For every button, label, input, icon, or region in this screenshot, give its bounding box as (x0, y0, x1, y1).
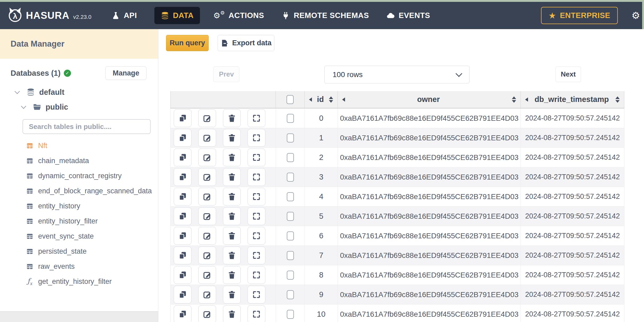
sidebar-table-event_sync_state[interactable]: event_sync_state (0, 229, 158, 244)
delete-row-button[interactable] (223, 207, 241, 225)
chevron-down-icon[interactable] (21, 104, 26, 109)
run-query-button[interactable]: Run query (166, 35, 209, 51)
row-checkbox[interactable] (287, 290, 294, 299)
expand-row-button[interactable] (248, 129, 265, 147)
column-header-db-write-timestamp[interactable]: db_write_timestamp (521, 91, 624, 108)
row-checkbox[interactable] (287, 251, 294, 260)
copy-row-button[interactable] (174, 207, 191, 225)
edit-row-button[interactable] (198, 227, 216, 245)
expand-row-button[interactable] (248, 207, 265, 225)
table-icon (26, 142, 33, 149)
column-header-owner[interactable]: owner (338, 91, 521, 108)
delete-row-button[interactable] (223, 188, 241, 205)
next-page-button[interactable]: Next (556, 66, 581, 82)
edit-row-button[interactable] (198, 109, 216, 127)
nav-item-api[interactable]: API (111, 11, 137, 20)
sort-icon[interactable] (329, 96, 333, 103)
edit-row-button[interactable] (198, 207, 216, 225)
row-checkbox[interactable] (287, 271, 294, 280)
nav-item-remote-schemas[interactable]: REMOTE SCHEMAS (281, 11, 369, 20)
collapse-column-icon[interactable] (309, 97, 312, 102)
sidebar-table-Nft[interactable]: Nft (0, 138, 158, 153)
edit-row-button[interactable] (198, 149, 216, 166)
select-all-checkbox[interactable] (287, 95, 294, 104)
delete-row-button[interactable] (223, 109, 241, 127)
expand-row-button[interactable] (248, 109, 265, 127)
sidebar-table-entity_history_filter[interactable]: entity_history_filter (0, 214, 158, 229)
edit-row-button[interactable] (198, 305, 216, 322)
copy-row-button[interactable] (174, 227, 191, 245)
tree-item-default[interactable]: default (0, 85, 158, 100)
rows-per-page-select[interactable]: 100 rows (324, 66, 469, 83)
edit-row-button[interactable] (198, 247, 216, 264)
delete-row-button[interactable] (223, 305, 241, 322)
expand-row-button[interactable] (248, 168, 265, 186)
sort-icon[interactable] (512, 96, 516, 103)
row-checkbox[interactable] (287, 192, 294, 201)
tree-item-public[interactable]: public (0, 100, 158, 114)
delete-row-button[interactable] (223, 247, 241, 264)
expand-row-button[interactable] (248, 188, 265, 205)
nav-item-events[interactable]: EVENTS (386, 11, 430, 20)
sidebar-table-dynamic_contract_registry[interactable]: dynamic_contract_registry (0, 168, 158, 184)
expand-row-button[interactable] (248, 247, 265, 264)
row-checkbox[interactable] (287, 133, 294, 142)
edit-row-button[interactable] (198, 129, 216, 147)
delete-row-button[interactable] (223, 286, 241, 303)
delete-icon (227, 231, 236, 240)
row-checkbox[interactable] (287, 173, 294, 182)
copy-row-button[interactable] (174, 129, 191, 147)
edit-row-button[interactable] (198, 266, 216, 284)
copy-row-button[interactable] (174, 188, 191, 205)
copy-row-button[interactable] (174, 266, 191, 284)
settings-gear-icon[interactable]: ⚙ (632, 10, 640, 21)
copy-row-button[interactable] (174, 149, 191, 166)
row-checkbox[interactable] (287, 153, 294, 162)
sidebar-table-chain_metadata[interactable]: chain_metadata (0, 153, 158, 168)
delete-row-button[interactable] (223, 149, 241, 166)
collapse-column-icon[interactable] (342, 97, 345, 102)
copy-row-button[interactable] (174, 305, 191, 322)
row-select-cell (276, 246, 305, 265)
delete-row-button[interactable] (223, 168, 241, 186)
row-checkbox[interactable] (287, 212, 294, 221)
sidebar-table-raw_events[interactable]: raw_events (0, 259, 158, 274)
sidebar-table-entity_history[interactable]: entity_history (0, 199, 158, 214)
export-data-button[interactable]: Export data (218, 35, 274, 51)
enterprise-button[interactable]: ★ ENTERPRISE (541, 7, 618, 24)
row-checkbox[interactable] (287, 114, 294, 123)
prev-page-button[interactable]: Prev (213, 66, 239, 82)
search-input[interactable] (23, 119, 151, 134)
sidebar-table-end_of_block_range_scanned_data[interactable]: end_of_block_range_scanned_data (0, 184, 158, 199)
manage-button[interactable]: Manage (105, 66, 146, 80)
delete-row-button[interactable] (223, 227, 241, 245)
copy-row-button[interactable] (174, 109, 191, 127)
copy-row-button[interactable] (174, 286, 191, 303)
column-header-id[interactable]: id (305, 91, 338, 108)
nav-item-actions[interactable]: ⚙⚙ ACTIONS (213, 11, 264, 20)
expand-icon (252, 212, 261, 221)
copy-icon (178, 212, 187, 221)
sidebar-table-persisted_state[interactable]: persisted_state (0, 244, 158, 259)
expand-row-button[interactable] (248, 286, 265, 303)
nav-item-data[interactable]: DATA (154, 7, 200, 24)
expand-row-button[interactable] (248, 227, 265, 245)
row-checkbox[interactable] (287, 310, 294, 319)
sort-icon[interactable] (615, 96, 620, 103)
collapse-column-icon[interactable] (525, 97, 528, 102)
edit-row-button[interactable] (198, 286, 216, 303)
sidebar-table-get_entity_history_filter[interactable]: ƒxget_entity_history_filter (0, 274, 158, 289)
expand-row-button[interactable] (248, 149, 265, 166)
edit-row-button[interactable] (198, 168, 216, 186)
row-checkbox[interactable] (287, 231, 294, 240)
expand-row-button[interactable] (248, 266, 265, 284)
brand-name: HASURA (26, 10, 69, 21)
copy-row-button[interactable] (174, 247, 191, 264)
hasura-brand[interactable]: λ HASURA v2.23.0 (8, 8, 91, 23)
delete-row-button[interactable] (223, 266, 241, 284)
edit-row-button[interactable] (198, 188, 216, 205)
chevron-down-icon[interactable] (15, 89, 20, 94)
delete-row-button[interactable] (223, 129, 241, 147)
copy-row-button[interactable] (174, 168, 191, 186)
expand-row-button[interactable] (248, 305, 265, 322)
